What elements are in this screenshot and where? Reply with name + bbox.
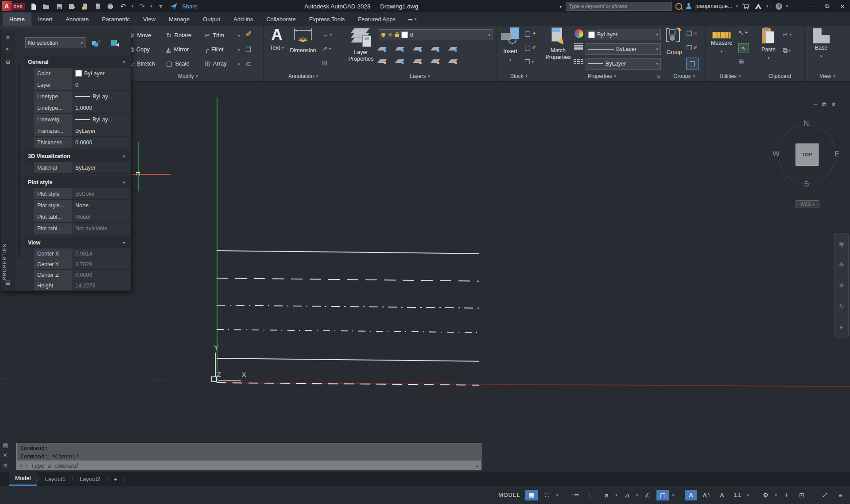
polar-tracking-toggle[interactable]: ⌀	[600, 490, 612, 500]
toggle-pickadd-button[interactable]: +	[88, 37, 103, 49]
object-color-dropdown[interactable]: ByLayer ▾	[586, 29, 661, 40]
layer-properties-button[interactable]: LayerProperties	[349, 27, 373, 62]
cut-button[interactable]: ✂▾	[783, 31, 792, 38]
save-to-web-mobile-button[interactable]	[93, 1, 102, 11]
copy-button[interactable]: ⧉ Copy	[129, 44, 150, 54]
palette-list-icon[interactable]: ▤	[4, 277, 12, 286]
panel-label-groups[interactable]: Groups▾	[663, 73, 705, 79]
qat-customize-button[interactable]: ▬▾	[156, 1, 165, 11]
measure-button[interactable]: Measure▾	[709, 32, 734, 55]
save-as-button[interactable]	[67, 1, 76, 11]
select-objects-button[interactable]: ➤	[108, 37, 123, 49]
model-space-label[interactable]: MODEL	[498, 492, 520, 498]
search-expand-icon[interactable]: ▸	[560, 4, 562, 9]
mirror-button[interactable]: ◭ Mirror	[166, 44, 189, 54]
layer-isolate-icon[interactable]	[396, 45, 406, 52]
linear-dimension-button[interactable]: ↔ ▾	[322, 31, 332, 38]
layer-unlock2-icon[interactable]	[432, 58, 441, 64]
move-button[interactable]: ✥ Move	[129, 30, 151, 40]
layer-lock-icon[interactable]	[432, 45, 441, 52]
command-window-customize-icon[interactable]: ⚙	[3, 462, 8, 469]
redo-dropdown-icon[interactable]: ▾	[151, 4, 153, 8]
share-icon[interactable]	[169, 1, 178, 11]
nav-wheel-icon[interactable]: ◉	[839, 240, 844, 247]
workspace-dropdown-icon[interactable]: ▾	[775, 493, 777, 497]
open-from-web-mobile-button[interactable]	[80, 1, 89, 11]
ribbon-display-toggle[interactable]: ▬ ▾	[408, 12, 417, 26]
tab-express-tools[interactable]: Express Tools	[303, 12, 352, 26]
polar-dropdown-icon[interactable]: ▾	[615, 493, 617, 497]
nav-zoom-icon[interactable]: ⊕	[839, 282, 844, 289]
wcs-dropdown[interactable]: WCS ▾	[796, 200, 819, 208]
search-icon[interactable]	[675, 3, 682, 10]
scale-dropdown-icon[interactable]: ▾	[747, 493, 749, 497]
annotation-visibility-toggle[interactable]: A	[685, 490, 697, 500]
drawing-close-button[interactable]: ✕	[831, 101, 836, 108]
section-plot-style[interactable]: Plot style▾	[23, 176, 130, 188]
auto-scale-toggle[interactable]: Aϟ	[700, 490, 713, 500]
layer-select-dropdown[interactable]: ☀ 0 ▾	[379, 29, 493, 40]
plot-button[interactable]	[106, 1, 115, 11]
tab-parametric[interactable]: Parametric	[95, 12, 136, 26]
ungroup-button[interactable]: ❒✕	[686, 30, 697, 37]
paste-button[interactable]: Paste▾	[760, 27, 777, 62]
clean-screen-button[interactable]: ⤢	[819, 490, 831, 500]
panel-label-properties[interactable]: Properties▾	[541, 73, 663, 79]
isometric-drafting-toggle[interactable]: ⊿	[621, 490, 633, 500]
fillet-dropdown-icon[interactable]: ▾	[238, 45, 240, 55]
explode-button[interactable]: ❒	[245, 44, 251, 54]
redo-button[interactable]: ↷	[138, 1, 147, 11]
layer-make-current-icon[interactable]	[450, 45, 459, 52]
base-button[interactable]: Base▾	[810, 28, 832, 60]
panel-label-view[interactable]: View▾	[805, 73, 850, 79]
group-selection-toggle[interactable]: ❒	[686, 58, 699, 70]
drawing-line-dashed-1[interactable]	[217, 278, 479, 282]
tab-layout2[interactable]: Layout2	[74, 472, 106, 486]
trim-dropdown-icon[interactable]: ▾	[238, 31, 240, 41]
panel-label-utilities[interactable]: Utilities▾	[706, 73, 755, 79]
text-button[interactable]: A Text▾	[268, 27, 286, 51]
workspace-switching-button[interactable]: ⚙	[759, 490, 772, 500]
ortho-toggle[interactable]: ∟	[584, 490, 597, 500]
autodesk-logo-icon[interactable]	[754, 1, 763, 11]
autocad-logo-icon[interactable]: A CAD	[2, 1, 25, 11]
drawing-line-solid-1[interactable]	[217, 250, 479, 254]
palette-close-icon[interactable]: ✕	[4, 33, 12, 42]
group-edit-button[interactable]: ❒✐	[686, 44, 698, 51]
panel-label-layers[interactable]: Layers▾	[343, 73, 497, 79]
restore-button[interactable]: ⧉	[822, 0, 833, 12]
panel-label-modify[interactable]: Modify▾	[113, 73, 263, 79]
rotate-button[interactable]: ↻ Rotate	[166, 30, 191, 40]
quick-calculator-button[interactable]: ▦	[738, 58, 745, 64]
edit-block-button[interactable]: ▢✐	[524, 44, 536, 51]
app-store-cart-icon[interactable]	[741, 1, 750, 11]
command-expand-icon[interactable]: ▴	[475, 463, 478, 469]
selection-dropdown[interactable]: No selection ▾	[25, 37, 85, 48]
palette-autohide-icon[interactable]: ⇤	[4, 44, 12, 53]
define-attributes-button[interactable]: ❒▾	[524, 58, 534, 65]
linetype-dropdown[interactable]: ByLayer ▾	[586, 58, 661, 70]
layer-unisolate-icon[interactable]	[396, 58, 406, 64]
open-file-button[interactable]	[42, 1, 50, 11]
viewcube-north[interactable]: N	[803, 119, 809, 128]
viewcube-west[interactable]: W	[772, 150, 780, 159]
viewcube-south[interactable]: S	[804, 180, 809, 189]
drawing-line-solid-2[interactable]	[217, 358, 479, 362]
palette-settings-icon[interactable]: ⚙	[4, 58, 12, 66]
section-view[interactable]: View▾	[23, 236, 130, 248]
dimension-button[interactable]: Dimension	[289, 27, 317, 54]
trim-button[interactable]: ✂ Trim	[205, 30, 224, 40]
layer-match-icon[interactable]	[450, 58, 459, 64]
leader-button[interactable]: ↗ ▾	[322, 45, 331, 52]
object-snap-dropdown-icon[interactable]: ▾	[672, 493, 674, 497]
drawing-minimize-button[interactable]: –	[814, 101, 817, 108]
offset-button[interactable]: ⊂	[245, 58, 251, 68]
help-dropdown-icon[interactable]: ▾	[786, 4, 788, 8]
quick-select-button[interactable]: ↖ϟ	[738, 29, 748, 36]
tab-featured-apps[interactable]: Featured Apps	[351, 12, 402, 26]
panel-label-clipboard[interactable]: Clipboard	[755, 73, 804, 79]
annotation-monitor-button[interactable]: +	[780, 490, 792, 500]
layer-thaw2-icon[interactable]	[414, 58, 423, 64]
nav-more-icon[interactable]: ▸	[840, 323, 843, 330]
help-icon[interactable]: ?	[776, 3, 782, 10]
